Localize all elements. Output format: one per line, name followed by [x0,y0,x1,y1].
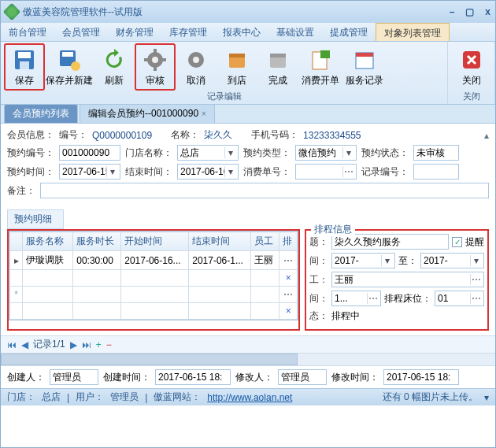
status-store: 总店 [42,391,61,404]
app-logo-icon [3,3,21,21]
gear-icon [143,47,168,72]
sched-bed-combo[interactable]: 01⋯ [435,291,484,306]
store-combo[interactable]: 总店▾ [177,145,239,161]
calendar-icon [352,47,377,72]
minimize-button[interactable]: – [450,6,455,17]
h-scrollbar[interactable] [1,353,495,365]
close-window-button[interactable]: x [485,6,490,17]
menu-inventory[interactable]: 库存管理 [161,23,215,41]
close-button[interactable]: 关闭 [451,43,491,91]
svg-point-13 [193,57,199,63]
consume-bill-button[interactable]: 消费开单 [298,43,342,91]
drop-down-icon[interactable]: ▾ [484,392,489,403]
refresh-button[interactable]: 刷新 [94,43,135,91]
detail-grid: 服务名称 服务时长 开始时间 结束时间 员工 排 ▸ 伊璇调肤 00:30:00… [7,229,300,331]
pager-prev-icon[interactable]: ◀ [21,339,28,350]
menu-finance[interactable]: 财务管理 [108,23,161,41]
table-row[interactable]: ▸ 伊璇调肤 00:30:00 2017-06-16... 2017-06-1.… [10,251,298,270]
gear-cancel-icon [183,47,209,72]
pager-first-icon[interactable]: ⏮ [7,339,17,350]
sched-emp-combo[interactable]: 王丽⋯ [331,272,484,287]
end-time-combo[interactable]: 2017-06-16▾ [177,164,239,180]
tab-appointment-list[interactable]: 会员预约列表 [4,104,78,123]
status-input[interactable] [413,145,459,161]
save-icon [12,47,37,72]
status-site-link[interactable]: http://www.aolan.net [207,392,292,403]
mtime-input[interactable] [383,369,459,385]
sched-room-combo[interactable]: 1...⋯ [331,291,381,306]
menu-object-list[interactable]: 对象列表管理 [376,23,450,41]
svg-rect-1 [18,52,31,58]
appt-no-input[interactable] [59,145,120,161]
schedule-title: 排程信息 [311,223,355,236]
row-delete-icon[interactable]: × [279,303,298,320]
pager: ⏮ ◀ 记录1/1 ▶ ⏭ + − [1,335,495,353]
status-user: 管理员 [110,391,139,404]
creator-input[interactable] [50,369,98,385]
svg-rect-19 [320,50,330,58]
sched-to-combo[interactable]: 2017-▾ [420,253,484,268]
arrive-icon [224,47,250,72]
member-info-label: 会员信息： [7,128,54,142]
svg-rect-17 [270,54,286,57]
row-more-icon[interactable]: ⋯ [279,251,298,270]
type-combo[interactable]: 微信预约▾ [295,145,357,161]
member-name: 柒久久 [204,128,232,142]
remind-checkbox[interactable]: ✓ [452,237,462,247]
refresh-icon [102,47,127,72]
member-phone: 13233334555 [303,130,361,141]
tab-edit-appointment[interactable]: 编辑会员预约--001000090× [80,104,215,123]
pager-text: 记录1/1 [33,338,65,351]
bill-icon [308,47,333,72]
chevron-down-icon: ▾ [224,147,235,158]
row-delete-icon[interactable]: × [279,270,298,287]
svg-rect-10 [144,58,149,61]
sched-from-combo[interactable]: 2017-▾ [331,253,395,268]
remind-label: 提醒 [465,235,484,249]
appt-time-combo[interactable]: 2017-06-15▾ [59,164,120,180]
pager-add-icon[interactable]: + [96,339,102,350]
svg-rect-11 [161,58,166,61]
consume-no-combo[interactable]: ⋯ [295,164,357,180]
service-record-button[interactable]: 服务记录 [342,43,387,91]
save-new-icon [57,47,82,72]
menu-commission[interactable]: 提成管理 [322,23,376,41]
arrive-button[interactable]: 到店 [217,43,257,91]
ribbon: 保存 保存并新建 刷新 审核 取消 到店 [1,42,495,105]
chevron-up-icon[interactable]: ▴ [484,130,489,141]
pager-del-icon[interactable]: − [106,339,112,350]
remark-input[interactable] [40,183,489,198]
row-more-icon[interactable]: ⋯ [279,287,298,303]
svg-rect-8 [154,49,157,54]
table-row[interactable]: × [10,270,298,287]
schedule-panel: 排程信息 题： ✓ 提醒 间： 2017-▾ 至： 2017-▾ 工： 王丽⋯ … [305,229,489,331]
svg-rect-9 [154,66,157,71]
maximize-button[interactable]: ▢ [465,6,474,17]
svg-rect-15 [229,54,245,57]
pager-last-icon[interactable]: ⏭ [82,339,91,350]
sched-subject-input[interactable] [331,234,449,250]
pager-next-icon[interactable]: ▶ [70,339,77,350]
detail-tab[interactable]: 预约明细 [7,209,64,229]
svg-point-5 [71,61,80,71]
audit-row: 创建人： 创建时间： 修改人： 修改时间： [1,365,495,388]
cancel-button[interactable]: 取消 [176,43,217,91]
menu-frontdesk[interactable]: 前台管理 [1,23,54,41]
tab-close-icon[interactable]: × [202,109,206,118]
save-button[interactable]: 保存 [4,43,45,91]
complete-button[interactable]: 完成 [257,43,298,91]
svg-rect-4 [62,52,73,57]
statusbar: 门店：总店| 用户：管理员| 傲蓝网站：http://www.aolan.net… [1,388,495,405]
svg-point-7 [152,57,158,63]
table-new-row[interactable]: * ⋯ [10,287,298,303]
audit-button[interactable]: 审核 [135,43,176,91]
save-new-button[interactable]: 保存并新建 [45,43,94,91]
menu-report[interactable]: 报表中心 [215,23,268,41]
ribbon-group-label-close: 关闭 [451,91,491,104]
record-no-input[interactable] [413,164,459,180]
modifier-input[interactable] [278,369,327,385]
menu-member[interactable]: 会员管理 [54,23,108,41]
ctime-input[interactable] [155,369,231,385]
menu-settings[interactable]: 基础设置 [268,23,322,41]
complete-icon [265,47,291,72]
